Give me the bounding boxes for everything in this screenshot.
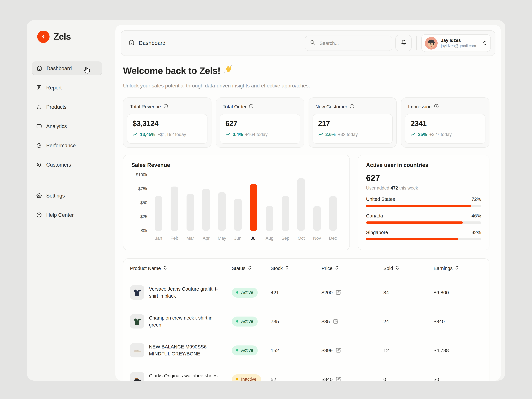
sidebar-item-label: Customers <box>46 162 71 168</box>
app-name: Zels <box>54 32 71 42</box>
column-header-earnings[interactable]: Earnings <box>434 265 482 272</box>
sidebar-nav: Dashboard Report Products <box>32 62 109 228</box>
breadcrumb: Dashboard <box>128 39 165 47</box>
bar-jul <box>250 184 258 231</box>
bar-chart: JanFebMarAprMayJunJulAugSepOctNovDec $10… <box>131 170 342 241</box>
edit-price-button[interactable] <box>336 290 341 295</box>
search-input[interactable] <box>319 40 387 46</box>
stat-card-total-order: Total Order 627 3.4% +164 today <box>216 97 304 148</box>
product-name: Champion crew neck t-shirt in green <box>149 314 219 328</box>
price-cell: $200 <box>322 290 333 295</box>
sidebar-item-performance[interactable]: Performance <box>32 139 102 152</box>
sold-cell: 12 <box>383 348 434 353</box>
search-box[interactable] <box>305 35 392 51</box>
x-axis-tick-mar: Mar <box>182 236 198 241</box>
stat-trend-pct: 25% <box>418 132 427 137</box>
bar-may <box>218 192 226 231</box>
progress-fill <box>366 238 458 241</box>
breadcrumb-label: Dashboard <box>139 40 165 46</box>
y-axis-tick: $0k <box>131 228 147 233</box>
sort-icon <box>163 265 167 272</box>
user-menu[interactable]: Jay Idzes jayidzes@gmail.com <box>421 34 491 52</box>
bar-sep <box>281 196 289 231</box>
column-header-sold[interactable]: Sold <box>383 265 434 272</box>
table-row: Versace Jeans Couture grafitti t-shirt i… <box>123 278 489 307</box>
sales-revenue-chart-card: Sales Revenue JanFebMarAprMayJunJulAugSe… <box>123 155 350 250</box>
status-dot-icon <box>236 291 238 294</box>
y-axis-tick: $50 <box>131 201 147 205</box>
stat-value: 627 <box>225 119 295 128</box>
y-axis-tick: $75k <box>131 187 147 191</box>
stat-trend-delta: +164 today <box>245 132 267 137</box>
x-axis-tick-oct: Oct <box>293 236 309 241</box>
sidebar-item-label: Analytics <box>46 123 67 129</box>
info-icon[interactable] <box>350 104 355 110</box>
info-icon[interactable] <box>249 104 254 110</box>
progress-track <box>366 222 481 224</box>
stat-label: Total Revenue <box>130 104 161 109</box>
edit-price-button[interactable] <box>336 377 341 381</box>
sidebar-item-label: Performance <box>46 142 76 148</box>
sidebar: Zels Dashboard Report <box>27 20 115 381</box>
info-icon[interactable] <box>163 104 168 110</box>
sidebar-item-analytics[interactable]: Analytics <box>32 119 102 133</box>
sidebar-item-products[interactable]: Products <box>32 100 102 114</box>
price-cell: $399 <box>322 348 333 353</box>
country-name: Canada <box>366 213 383 218</box>
edit-price-button[interactable] <box>336 348 341 353</box>
column-header-status[interactable]: Status <box>232 265 271 272</box>
product-thumbnail-beige-sneaker <box>130 343 144 358</box>
edit-price-button[interactable] <box>333 319 338 324</box>
y-axis-tick: $100k <box>131 173 147 177</box>
column-header-price[interactable]: Price <box>322 265 383 272</box>
stat-card-impression: Impression 2341 25% +327 today <box>401 97 490 148</box>
table-row: Champion crew neck t-shirt in green Acti… <box>123 307 489 336</box>
x-axis-tick-sep: Sep <box>278 236 293 241</box>
info-icon[interactable] <box>434 104 439 110</box>
chart-x-axis: JanFebMarAprMayJunJulAugSepOctNovDec <box>151 236 341 241</box>
search-icon <box>310 40 316 47</box>
sold-cell: 0 <box>383 377 434 381</box>
column-header-product-name[interactable]: Product Name <box>130 265 232 272</box>
trend-up-icon <box>411 132 416 138</box>
status-badge: Active <box>232 288 258 298</box>
x-axis-tick-dec: Dec <box>325 236 341 241</box>
stat-trend-delta: +327 today <box>429 132 452 137</box>
bell-icon <box>400 39 407 47</box>
sidebar-item-help-center[interactable]: Help Center <box>32 208 102 222</box>
x-axis-tick-nov: Nov <box>309 236 325 241</box>
earnings-cell: $840 <box>434 319 482 324</box>
notifications-button[interactable] <box>395 35 412 51</box>
sidebar-item-report[interactable]: Report <box>32 81 102 95</box>
avatar <box>425 37 437 49</box>
sold-cell: 24 <box>383 319 434 324</box>
sidebar-item-dashboard[interactable]: Dashboard <box>32 62 102 75</box>
sidebar-item-settings[interactable]: Settings <box>32 189 102 203</box>
product-thumbnail-black-shoe <box>130 372 144 381</box>
bars-container <box>151 175 341 231</box>
country-pct: 32% <box>471 230 481 235</box>
sidebar-item-label: Help Center <box>46 212 74 218</box>
stat-value: 2341 <box>411 119 480 128</box>
app-logo: Zels <box>37 31 109 43</box>
pie-chart-icon <box>36 142 42 149</box>
country-row-canada: Canada 46% <box>366 213 481 224</box>
trend-up-icon <box>318 132 323 138</box>
stock-cell: 52 <box>271 377 322 381</box>
country-row-united-states: United States 72% <box>366 196 481 207</box>
gear-icon <box>36 192 42 199</box>
x-axis-tick-jan: Jan <box>151 236 166 241</box>
chevron-up-down-icon <box>482 40 487 46</box>
basket-icon <box>36 104 42 110</box>
column-header-stock[interactable]: Stock <box>271 265 322 272</box>
main-panel: Dashboard <box>115 25 501 381</box>
earnings-cell: $0 <box>434 377 482 381</box>
price-cell: $340 <box>322 377 333 381</box>
product-thumbnail-green-tshirt <box>130 314 144 329</box>
stock-cell: 421 <box>271 290 322 295</box>
bar-oct <box>298 178 305 231</box>
sidebar-item-customers[interactable]: Customers <box>32 158 102 171</box>
status-dot-icon <box>236 349 238 352</box>
status-badge: Active <box>232 345 258 355</box>
stat-trend-pct: 2.6% <box>325 132 336 137</box>
